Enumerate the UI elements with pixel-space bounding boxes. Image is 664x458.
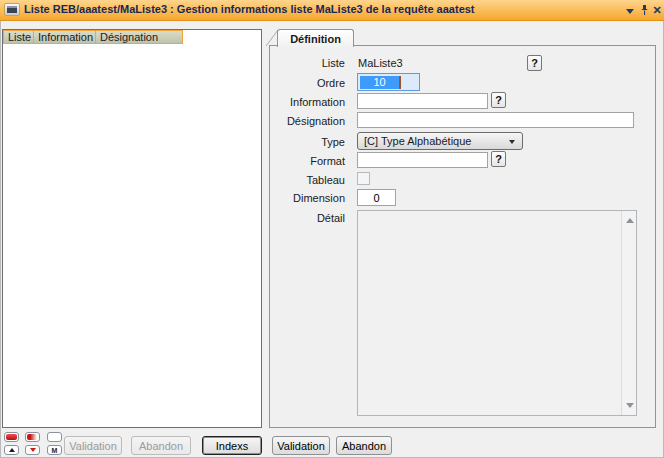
ordre-selected-text: 10 [360,76,399,89]
detail-scrollbar[interactable] [621,211,636,415]
window-title: Liste REB/aaatest/MaListe3 : Gestion inf… [24,3,475,15]
liste-table-panel[interactable]: Liste Information Désignation [2,29,262,428]
column-header-information[interactable]: Information [33,30,96,44]
detail-textarea[interactable] [357,210,637,416]
type-dropdown-value: [C] Type Alphabétique [364,135,471,147]
column-header-liste[interactable]: Liste [3,30,34,44]
column-header-designation[interactable]: Désignation [95,30,183,44]
m-icon[interactable]: M [47,445,62,455]
full-bar-icon[interactable] [4,432,19,442]
format-help-button[interactable]: ? [491,151,506,167]
liste-label: Liste [235,57,345,69]
down-arrow-icon[interactable] [25,445,40,455]
scroll-down-icon[interactable] [622,398,637,413]
chevron-down-icon[interactable] [624,5,636,17]
designation-input[interactable] [357,112,634,128]
scroll-up-icon[interactable] [622,213,637,228]
dropdown-arrow-icon [509,140,515,144]
liste-value: MaListe3 [358,57,403,69]
information-help-button[interactable]: ? [491,92,506,108]
liste-table-header: Liste Information Désignation [3,30,183,44]
validation-button[interactable]: Validation [272,436,330,455]
app-window-icon [4,3,20,16]
tab-definition[interactable]: Définition [277,29,354,47]
information-label: Information [235,96,345,108]
left-validation-button[interactable]: Validation [64,436,122,455]
pin-icon[interactable] [638,4,650,16]
indexs-button[interactable]: Indexs [202,436,262,455]
format-input[interactable] [357,152,488,168]
empty-bar-icon[interactable] [47,432,62,442]
ordre-input[interactable]: 10 [357,73,420,91]
tableau-label: Tableau [235,174,345,186]
titlebar[interactable]: Liste REB/aaatest/MaListe3 : Gestion inf… [0,0,664,21]
type-dropdown[interactable]: [C] Type Alphabétique [357,132,523,150]
dimension-input[interactable] [357,189,396,206]
close-icon[interactable]: ✕ [651,4,663,16]
ordre-label: Ordre [235,77,345,89]
format-label: Format [235,155,345,167]
liste-help-button[interactable]: ? [527,55,542,71]
detail-label: Détail [235,212,345,224]
half-bar-icon[interactable] [25,432,40,442]
liste-gestion-window: Liste REB/aaatest/MaListe3 : Gestion inf… [0,0,664,458]
tableau-checkbox[interactable] [357,172,370,185]
up-arrow-icon[interactable] [4,445,19,455]
dimension-label: Dimension [235,192,345,204]
designation-label: Désignation [235,115,345,127]
type-label: Type [235,136,345,148]
information-input[interactable] [357,93,488,109]
app-icon-screen-top [7,6,17,8]
text-caret [399,76,401,89]
left-abandon-button[interactable]: Abandon [131,436,191,455]
abandon-button[interactable]: Abandon [336,436,392,455]
